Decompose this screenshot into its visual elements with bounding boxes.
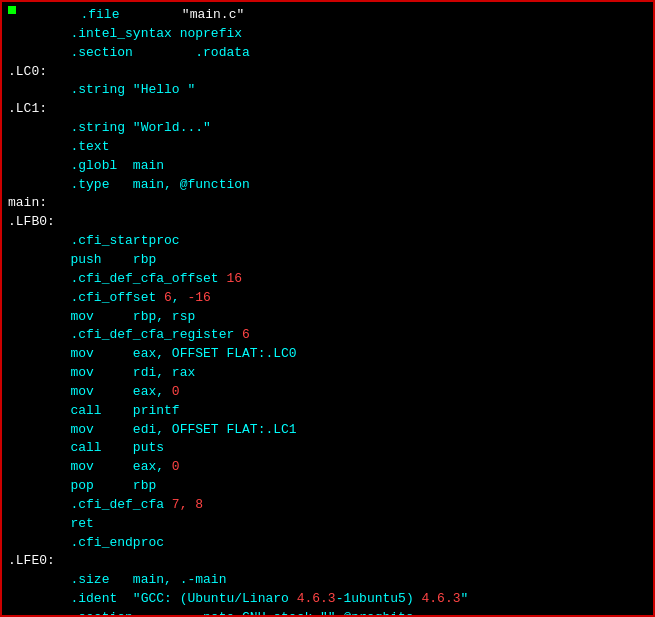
code-token: -16: [187, 289, 210, 308]
code-line: .size main, .-main: [2, 571, 653, 590]
code-line: .cfi_def_cfa 7, 8: [2, 496, 653, 515]
code-line: .file "main.c": [2, 6, 653, 25]
code-token: call puts: [8, 439, 164, 458]
code-token: mov eax,: [8, 458, 172, 477]
code-token: mov eax, OFFSET FLAT:.LC0: [8, 345, 297, 364]
code-line: mov eax, OFFSET FLAT:.LC0: [2, 345, 653, 364]
code-token: mov rbp, rsp: [8, 308, 195, 327]
code-token: 0: [172, 458, 180, 477]
code-line: .section .note.GNU-stack,"",@progbits: [2, 609, 653, 615]
code-token: .cfi_def_cfa: [8, 496, 172, 515]
code-token: main:: [8, 194, 47, 213]
code-line: main:: [2, 194, 653, 213]
code-line: .section .rodata: [2, 44, 653, 63]
code-token: .cfi_endproc: [8, 534, 164, 553]
code-line: .cfi_def_cfa_register 6: [2, 326, 653, 345]
code-token: .size main, .-main: [8, 571, 226, 590]
code-token: 6: [242, 326, 250, 345]
code-line: ret: [2, 515, 653, 534]
code-token: push rbp: [8, 251, 156, 270]
code-token: .text: [8, 138, 109, 157]
code-token: .cfi_offset: [8, 289, 164, 308]
code-line: .ident "GCC: (Ubuntu/Linaro 4.6.3-1ubunt…: [2, 590, 653, 609]
code-line: mov rdi, rax: [2, 364, 653, 383]
code-line: .type main, @function: [2, 176, 653, 195]
code-token: .section .rodata: [8, 44, 250, 63]
code-token: .LFE0:: [8, 552, 55, 571]
code-line: .globl main: [2, 157, 653, 176]
code-token: ": [461, 590, 469, 609]
code-token: 6: [164, 289, 172, 308]
code-token: 16: [226, 270, 242, 289]
code-line: .LC1:: [2, 100, 653, 119]
code-token: pop rbp: [8, 477, 156, 496]
green-marker: [8, 6, 16, 14]
code-line: .string "Hello ": [2, 81, 653, 100]
code-line: .LC0:: [2, 63, 653, 82]
code-line: mov eax, 0: [2, 458, 653, 477]
code-container: .file "main.c" .intel_syntax noprefix .s…: [2, 2, 653, 615]
code-line: .string "World...": [2, 119, 653, 138]
code-line: mov edi, OFFSET FLAT:.LC1: [2, 421, 653, 440]
code-token: 4.6.3: [422, 590, 461, 609]
code-token: .file: [80, 6, 119, 25]
code-token: .intel_syntax noprefix: [8, 25, 242, 44]
code-token: 4.6.3: [297, 590, 336, 609]
code-token: .LC1:: [8, 100, 47, 119]
code-token: .LC0:: [8, 63, 47, 82]
code-line: mov rbp, rsp: [2, 308, 653, 327]
code-line: call puts: [2, 439, 653, 458]
code-token: ret: [8, 515, 94, 534]
code-line: .cfi_startproc: [2, 232, 653, 251]
code-token: call printf: [8, 402, 180, 421]
code-token: 7, 8: [172, 496, 203, 515]
code-token: 0: [172, 383, 180, 402]
code-token: .string "Hello ": [8, 81, 195, 100]
code-token: "main.c": [119, 6, 244, 25]
code-token: mov edi, OFFSET FLAT:.LC1: [8, 421, 297, 440]
code-token: .ident "GCC: (Ubuntu/Linaro: [8, 590, 297, 609]
code-line: .cfi_def_cfa_offset 16: [2, 270, 653, 289]
code-token: -1ubuntu5): [336, 590, 422, 609]
code-token: [18, 6, 80, 25]
code-token: .cfi_startproc: [8, 232, 180, 251]
code-line: .text: [2, 138, 653, 157]
code-line: .LFB0:: [2, 213, 653, 232]
code-line: .cfi_endproc: [2, 534, 653, 553]
code-token: mov rdi, rax: [8, 364, 195, 383]
code-token: .type main, @function: [8, 176, 250, 195]
code-line: pop rbp: [2, 477, 653, 496]
code-line: call printf: [2, 402, 653, 421]
code-line: .intel_syntax noprefix: [2, 25, 653, 44]
code-line: .LFE0:: [2, 552, 653, 571]
code-token: .globl main: [8, 157, 164, 176]
code-token: .LFB0:: [8, 213, 55, 232]
code-token: mov eax,: [8, 383, 172, 402]
code-token: .cfi_def_cfa_offset: [8, 270, 226, 289]
code-token: ,: [172, 289, 188, 308]
code-line: push rbp: [2, 251, 653, 270]
code-line: mov eax, 0: [2, 383, 653, 402]
code-token: .string "World...": [8, 119, 211, 138]
code-line: .cfi_offset 6, -16: [2, 289, 653, 308]
code-token: .section .note.GNU-stack,"",@progbits: [8, 609, 414, 615]
code-token: .cfi_def_cfa_register: [8, 326, 242, 345]
